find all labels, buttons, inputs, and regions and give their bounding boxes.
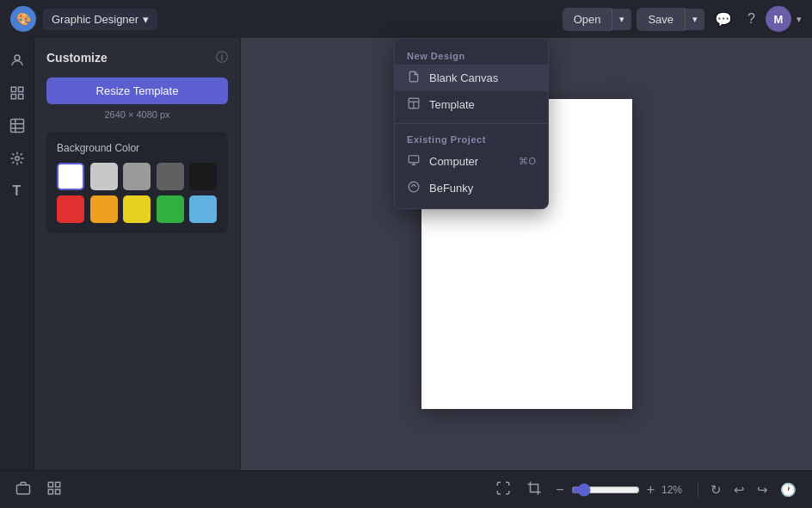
- undo-button[interactable]: ↩: [730, 479, 748, 501]
- svg-point-16: [409, 182, 419, 192]
- sidebar-item-users[interactable]: [3, 46, 31, 74]
- svg-point-9: [15, 157, 19, 161]
- zoom-in-button[interactable]: +: [645, 480, 656, 499]
- sidebar-item-text[interactable]: T: [3, 177, 31, 205]
- color-swatch-orange[interactable]: [90, 195, 118, 223]
- color-swatch-blue[interactable]: [189, 195, 217, 223]
- blank-canvas-icon: [407, 71, 421, 85]
- open-btn-group: Open ▾: [563, 8, 632, 31]
- app-title-button[interactable]: Graphic Designer ▾: [43, 9, 157, 30]
- redo-button[interactable]: ↪: [754, 479, 772, 501]
- customize-panel: Customize ⓘ Resize Template 2640 × 4080 …: [34, 38, 241, 470]
- history-buttons: ↻ ↩ ↪ 🕐: [707, 479, 800, 501]
- computer-label: Computer: [429, 155, 478, 168]
- existing-project-section-label: Existing Project: [395, 129, 548, 148]
- svg-rect-17: [17, 485, 30, 494]
- svg-rect-13: [409, 156, 419, 163]
- blank-canvas-label: Blank Canvas: [429, 71, 498, 84]
- new-design-section-label: New Design: [395, 46, 548, 65]
- history-button[interactable]: 🕐: [777, 479, 800, 501]
- zoom-out-button[interactable]: −: [554, 480, 565, 499]
- save-btn-group: Save ▾: [637, 8, 704, 31]
- panel-title: Customize: [46, 51, 108, 65]
- grid-bottom-icon[interactable]: [43, 477, 65, 503]
- sidebar-item-elements[interactable]: [3, 145, 31, 172]
- refresh-button[interactable]: ↻: [707, 479, 725, 501]
- open-dropdown-menu: New Design Blank Canvas Template Existin…: [394, 38, 549, 209]
- color-swatch-red[interactable]: [57, 195, 84, 223]
- color-swatch-white[interactable]: [57, 163, 84, 190]
- topbar-actions: Open ▾ Save ▾ 💬 ? M ▾: [563, 6, 802, 33]
- color-grid: [57, 163, 218, 223]
- avatar-button[interactable]: M: [766, 6, 791, 32]
- svg-rect-20: [48, 489, 52, 493]
- avatar-chevron-button[interactable]: ▾: [797, 14, 802, 25]
- computer-menu-item[interactable]: Computer ⌘O: [395, 148, 548, 175]
- layers-bottom-icon[interactable]: [12, 477, 34, 503]
- crop-icon[interactable]: [523, 477, 545, 503]
- app-logo: 🎨: [10, 6, 36, 32]
- svg-rect-19: [56, 482, 60, 486]
- template-icon: [407, 97, 421, 112]
- befunky-label: BeFunky: [429, 182, 473, 195]
- svg-rect-3: [11, 95, 15, 99]
- color-swatch-green[interactable]: [157, 195, 184, 223]
- sidebar-item-layers[interactable]: [3, 79, 31, 107]
- info-icon[interactable]: ⓘ: [216, 50, 228, 65]
- help-icon-button[interactable]: ?: [742, 6, 760, 32]
- sidebar-item-grid[interactable]: [3, 112, 31, 139]
- save-button[interactable]: Save: [637, 8, 685, 31]
- open-chevron-button[interactable]: ▾: [612, 9, 631, 30]
- zoom-percentage: 12%: [661, 484, 689, 496]
- bottom-separator: [698, 481, 698, 499]
- menu-divider: [395, 123, 548, 124]
- color-swatch-light-gray[interactable]: [90, 163, 118, 190]
- color-swatch-yellow[interactable]: [123, 195, 151, 223]
- bg-color-section: Background Color: [46, 132, 228, 233]
- blank-canvas-menu-item[interactable]: Blank Canvas: [395, 65, 548, 91]
- color-swatch-dark-gray[interactable]: [157, 163, 184, 190]
- zoom-slider[interactable]: [571, 483, 640, 497]
- open-button[interactable]: Open: [563, 8, 612, 31]
- svg-rect-18: [48, 482, 52, 486]
- resize-template-button[interactable]: Resize Template: [46, 77, 228, 104]
- svg-rect-4: [18, 95, 22, 99]
- befunky-icon: [407, 181, 421, 195]
- bottombar: − + 12% ↻ ↩ ↪ 🕐: [0, 470, 812, 508]
- svg-rect-5: [10, 120, 23, 133]
- text-icon: T: [13, 183, 22, 199]
- befunky-menu-item[interactable]: BeFunky: [395, 175, 548, 201]
- zoom-control: − + 12%: [554, 480, 689, 499]
- dimensions-text: 2640 × 4080 px: [46, 109, 228, 120]
- app-title-chevron: ▾: [143, 13, 149, 26]
- color-swatch-medium-gray[interactable]: [123, 163, 151, 190]
- computer-shortcut: ⌘O: [519, 156, 536, 167]
- fit-screen-icon[interactable]: [492, 477, 514, 503]
- bg-color-label: Background Color: [57, 142, 218, 154]
- computer-icon: [407, 154, 421, 169]
- app-title-text: Graphic Designer: [52, 13, 138, 26]
- svg-rect-1: [11, 87, 15, 91]
- chat-icon-button[interactable]: 💬: [710, 6, 737, 33]
- color-swatch-black[interactable]: [189, 163, 217, 190]
- svg-point-0: [15, 55, 20, 60]
- save-chevron-button[interactable]: ▾: [685, 9, 704, 30]
- topbar: 🎨 Graphic Designer ▾ Open ▾ Save ▾ 💬 ? M…: [0, 0, 812, 38]
- svg-rect-21: [56, 489, 60, 493]
- icon-sidebar: T: [0, 38, 34, 470]
- template-menu-item[interactable]: Template: [395, 91, 548, 118]
- svg-rect-2: [18, 87, 22, 91]
- panel-header: Customize ⓘ: [46, 50, 228, 65]
- template-label: Template: [429, 98, 475, 111]
